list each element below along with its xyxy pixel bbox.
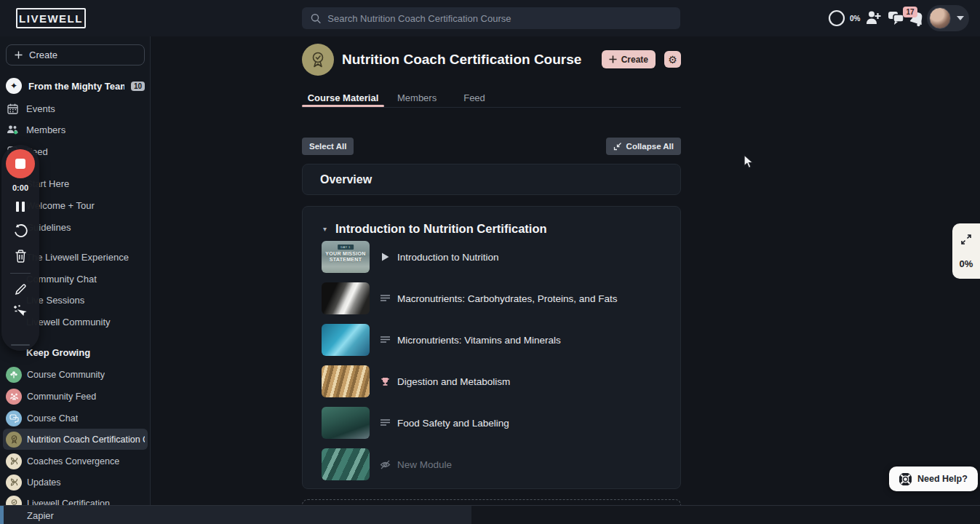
play-icon: [379, 253, 391, 261]
sidebar-item-events[interactable]: Events: [6, 100, 145, 116]
lesson-row-digestion[interactable]: Digestion and Metabolism: [322, 365, 664, 397]
module-section-header[interactable]: ▾ Introduction to Nutrition Certificatio…: [323, 222, 547, 236]
search-bar[interactable]: [302, 7, 680, 29]
sidebar-item-livewell-experience[interactable]: The Livewell Experience: [26, 250, 129, 264]
recording-timer: 0:00: [12, 183, 28, 192]
lesson-title: Micronutrients: Vitamins and Minerals: [397, 335, 561, 346]
click-effects-button[interactable]: [13, 304, 28, 318]
trash-icon: [15, 250, 27, 263]
calendar-icon: [6, 103, 19, 114]
logo[interactable]: LIVEWELL: [16, 8, 86, 28]
gear-icon: ⚙: [668, 54, 677, 66]
notification-count-badge: 17: [903, 7, 917, 17]
lesson-title: Food Safety and Labeling: [397, 418, 509, 429]
sidebar-item-coaches-convergence[interactable]: Coaches Convergence: [3, 450, 148, 472]
search-input[interactable]: [327, 13, 672, 24]
draw-tool-button[interactable]: [15, 283, 27, 295]
sidebar-item-livewell-certification[interactable]: Livewell Certification: [3, 493, 148, 506]
text-lesson-icon: [379, 336, 391, 344]
lesson-thumbnail: [322, 324, 370, 356]
lesson-title: Digestion and Metabolism: [397, 376, 510, 387]
lesson-thumbnail: [322, 365, 370, 397]
trophy-icon: [379, 377, 391, 386]
messages-button[interactable]: [888, 10, 904, 25]
lesson-row-food-safety[interactable]: Food Safety and Labeling: [322, 407, 664, 439]
page-title: Nutrition Coach Certification Course: [342, 52, 602, 68]
sidebar-item-course-chat[interactable]: Course Chat: [3, 408, 148, 429]
lesson-thumbnail: [322, 282, 370, 314]
module-section-card: ▾ Introduction to Nutrition Certificatio…: [302, 206, 681, 489]
user-menu[interactable]: [927, 5, 969, 31]
lesson-title: Macronutrients: Carbohydrates, Proteins,…: [397, 293, 617, 304]
search-icon: [311, 13, 321, 24]
plus-icon: [15, 51, 23, 59]
sidebar-item-label: Nutrition Coach Certification Course: [27, 434, 145, 445]
progress-indicator[interactable]: 0%: [828, 9, 860, 27]
top-bar: LIVEWELL 0%: [0, 0, 980, 36]
pinwheel-icon: [6, 475, 22, 491]
lesson-row-intro-to-nutrition[interactable]: DAY 1 YOUR MISSION STATEMENT Introductio…: [322, 241, 664, 273]
sidebar-section-keep-growing: Keep Growing: [26, 345, 90, 360]
delete-recording-button[interactable]: [15, 250, 27, 263]
overview-section-card[interactable]: Overview: [302, 164, 681, 195]
team-count-badge: 10: [131, 82, 145, 91]
tab-members[interactable]: Members: [397, 88, 437, 107]
recorder-drag-handle[interactable]: [11, 344, 30, 346]
team-header[interactable]: ✦ From the Mighty Team 10: [6, 77, 145, 95]
sidebar-create-label: Create: [29, 49, 57, 60]
sidebar-item-label: Members: [26, 124, 65, 135]
settings-button[interactable]: ⚙: [664, 51, 681, 68]
sidebar-item-nutrition-course[interactable]: Nutrition Coach Certification Course: [3, 429, 148, 450]
sidebar-item-label: Course Chat: [27, 413, 78, 424]
award-badge-icon: [6, 432, 22, 448]
restart-recording-button[interactable]: [13, 223, 28, 238]
invite-member-button[interactable]: [865, 10, 881, 25]
caret-down-icon: ▾: [323, 225, 327, 233]
active-tab-indicator: [302, 105, 384, 107]
sidebar-item-course-community[interactable]: Course Community: [3, 364, 148, 385]
content-toolbar: Select All Collapse All: [302, 138, 681, 155]
create-button[interactable]: Create: [602, 50, 656, 68]
lesson-thumbnail: [322, 407, 370, 439]
thumbnail-text-line2: STATEMENT: [322, 257, 370, 262]
progress-ring-icon: [828, 9, 845, 27]
progress-label: 0%: [850, 15, 860, 23]
pencil-icon: [15, 283, 27, 295]
chat-bubbles-icon: [888, 10, 904, 25]
chat-icon: [6, 410, 22, 426]
lesson-thumbnail: DAY 1 YOUR MISSION STATEMENT: [322, 241, 370, 273]
lesson-thumbnail: [322, 448, 370, 480]
need-help-button[interactable]: Need Help?: [889, 467, 978, 491]
people-icon: [6, 389, 22, 405]
chevron-down-icon: [957, 16, 964, 20]
module-section-title: Introduction to Nutrition Certification: [335, 222, 547, 236]
course-progress-widget[interactable]: 0%: [952, 223, 980, 279]
cursor-sparkle-icon: [13, 304, 28, 318]
pinwheel-icon: [6, 453, 22, 469]
tab-feed[interactable]: Feed: [463, 88, 485, 107]
sidebar-item-members[interactable]: Members: [6, 122, 145, 138]
lesson-row-micronutrients[interactable]: Micronutrients: Vitamins and Minerals: [322, 324, 664, 356]
sidebar-create-button[interactable]: Create: [6, 44, 145, 66]
course-header: Nutrition Coach Certification Course Cre…: [302, 43, 681, 76]
recorder-divider: [10, 273, 31, 274]
sidebar-item-community-feed[interactable]: Community Feed: [3, 386, 148, 407]
collapse-all-button[interactable]: Collapse All: [606, 138, 681, 155]
zapier-suggestion-row[interactable]: Zapier: [4, 506, 471, 524]
mouse-cursor: [744, 154, 754, 172]
sidebar-item-label: Community Feed: [27, 392, 96, 402]
app-window: Nutrition Coach Certification Course Cre…: [0, 0, 980, 524]
lesson-row-new-module[interactable]: New Module: [322, 448, 664, 480]
sidebar-item-updates[interactable]: Updates: [3, 472, 148, 493]
overview-title: Overview: [320, 173, 372, 186]
user-avatar: [929, 7, 951, 29]
sidebar-item-label: Updates: [27, 477, 61, 488]
logo-text: LIVEWELL: [19, 12, 83, 25]
sidebar-item-label: Events: [26, 103, 55, 114]
pause-recording-button[interactable]: [16, 202, 25, 212]
plus-icon: [609, 55, 617, 63]
lesson-row-macronutrients[interactable]: Macronutrients: Carbohydrates, Proteins,…: [322, 282, 664, 314]
lesson-title: Introduction to Nutrition: [397, 252, 499, 263]
select-all-button[interactable]: Select All: [302, 138, 354, 155]
stop-recording-button[interactable]: [6, 149, 35, 178]
